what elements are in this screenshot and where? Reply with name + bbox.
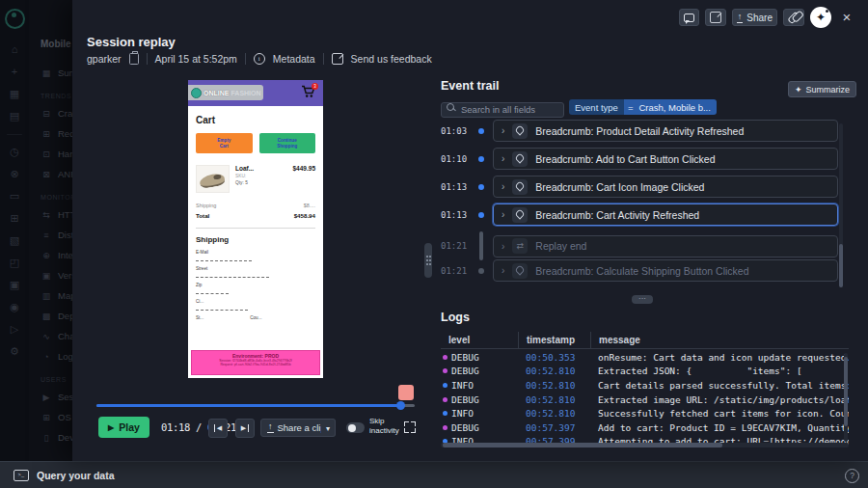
total-row: Total $458.94 [196,212,315,219]
event-card[interactable]: › Breadcrumb: Cart Activity Refreshed [493,203,838,226]
log-level: DEBUG [441,422,518,433]
event-row[interactable]: 01:03 › Breadcrumb: Product Detail Activ… [441,120,838,142]
loafer-shoe-image [199,173,226,189]
skip-back-button[interactable]: ◀ [208,419,228,438]
skip-inactivity-toggle[interactable] [346,422,365,433]
help-icon[interactable]: ? [845,469,859,483]
input-line[interactable] [196,307,248,311]
col-timestamp[interactable]: timestamp [518,332,590,348]
metadata-button[interactable]: Metadata [273,53,315,65]
replay-date: April 15 at 5:52pm [155,53,237,65]
log-row[interactable]: DEBUG 00:57.397 Add to cart: Product ID … [441,420,849,435]
send-feedback-button[interactable]: Send us feedback [351,53,432,65]
form-field[interactable]: Ci... [196,299,315,311]
timeline-error-marker[interactable] [398,385,414,400]
play-button[interactable]: ▶ Play [98,417,149,438]
breadcrumb-icon [512,263,528,279]
seek-handle[interactable] [396,401,405,410]
event-card[interactable]: › Breadcrumb: Add to Cart Button Clicked [493,148,838,170]
log-row[interactable]: DEBUG 00:52.810 Extracted image URL: /st… [441,393,849,407]
session-replay-modal: Session replay gparker April 15 at 5:52p… [72,0,868,461]
chevron-right-icon[interactable]: › [502,209,504,220]
log-timestamp[interactable]: 00:52.810 [518,408,590,419]
log-timestamp[interactable]: 00:57.397 [518,422,590,433]
event-list-scrollbar[interactable] [839,123,843,287]
continue-shopping-button[interactable]: Continue Shopping [259,133,316,153]
empty-cart-button[interactable]: Empty Cart [196,133,253,153]
col-level[interactable]: level [441,332,518,348]
logs-horizontal-scrollbar[interactable] [441,443,849,447]
log-timestamp[interactable]: 00:50.353 [518,352,590,363]
input-line[interactable] [196,258,252,261]
log-row[interactable]: DEBUG 00:52.810 Extracted JSON: { "items… [441,365,849,379]
log-level-dot [443,411,448,416]
input-line[interactable] [196,290,229,294]
cart-actions: Empty Cart Continue Shopping [196,133,315,153]
product-qty: Qty: 5 [235,180,293,185]
event-time: 01:21 [441,266,470,276]
log-row[interactable]: DEBUG 00:50.353 onResume: Cart data and … [441,350,849,365]
form-field[interactable]: E-Mail [196,250,315,261]
cart-item-row[interactable]: Loaf... SKU: Qty: 5 $449.95 [196,165,315,193]
chevron-right-icon[interactable]: › [502,265,504,276]
search-icon [447,103,454,111]
summarize-button[interactable]: ✦ Summarize [788,81,856,97]
form-field[interactable]: Zip [196,283,315,294]
fullscreen-icon[interactable] [404,421,416,433]
phone-body: Cart Empty Cart Continue Shopping Loaf..… [188,106,323,320]
brand-logo-icon [191,88,202,98]
search-input[interactable] [441,102,564,118]
log-row[interactable]: INFO 00:52.810 Successfully fetched cart… [441,406,849,420]
cart-icon[interactable]: 3 [301,85,316,102]
input-line[interactable] [196,274,269,278]
event-label: Breadcrumb: Cart Activity Refreshed [535,209,699,221]
share-icon: ↑ [737,13,744,23]
event-card[interactable]: › Breadcrumb: Product Detail Activity Re… [493,120,838,142]
link-icon [787,11,800,23]
divider [147,53,148,65]
log-message: Extracted JSON: { "items": [ [590,366,849,376]
log-level: DEBUG [441,394,518,405]
ai-assistant-button[interactable]: ✦ [810,7,831,28]
event-card[interactable]: › Breadcrumb: Calculate Shipping Button … [493,259,838,282]
comment-button[interactable] [679,9,699,26]
panel-resize-handle-horizontal[interactable]: ··· [632,295,653,304]
log-timestamp[interactable]: 00:52.810 [518,366,590,376]
event-row[interactable]: 01:13 › Breadcrumb: Cart Icon Image Clic… [441,176,838,198]
event-card[interactable]: › Breadcrumb: Cart Icon Image Clicked [493,176,838,198]
event-row[interactable]: 01:13 › Breadcrumb: Cart Activity Refres… [441,203,838,226]
event-label: Breadcrumb: Calculate Shipping Button Cl… [535,265,748,277]
close-icon[interactable]: × [837,8,856,27]
col-message[interactable]: message [590,332,849,348]
log-timestamp[interactable]: 00:52.810 [518,380,590,391]
modal-toolbar: ↑ Share ✦ × [679,7,856,28]
event-type-filter-chip[interactable]: Event type = Crash, Mobile b... [569,99,717,115]
seek-bar[interactable] [96,404,415,407]
product-price: $449.95 [293,165,316,172]
event-time: 01:03 [441,126,470,136]
event-row[interactable]: 01:21 › Replay end [441,231,838,254]
replay-phone-screen[interactable]: ONLINEFASHION 3 Cart Empty Cart Continue… [188,80,323,378]
chevron-right-icon[interactable]: › [502,153,504,164]
chevron-right-icon[interactable]: › [502,241,504,252]
log-level-dot [443,425,448,430]
terminal-icon: >_ [14,470,29,481]
logs-vertical-scrollbar[interactable] [844,353,848,442]
chevron-right-icon[interactable]: › [502,181,504,192]
share-button[interactable]: ↑ Share [732,9,777,26]
event-row[interactable]: 01:21 › Breadcrumb: Calculate Shipping B… [441,259,838,282]
panel-resize-handle-vertical[interactable] [424,243,432,278]
share-clip-caret-button[interactable]: ▾ [321,419,336,437]
copy-icon[interactable] [129,53,139,65]
form-field[interactable]: Street [196,266,315,278]
chevron-right-icon[interactable]: › [502,125,504,136]
query-your-data-button[interactable]: Query your data [37,470,115,481]
log-row[interactable]: INFO 00:52.810 Cart details parsed succe… [441,378,849,393]
skip-forward-button[interactable]: ▶ [235,419,255,438]
log-timestamp[interactable]: 00:52.810 [518,394,590,405]
breadcrumb-icon [512,238,528,254]
feedback-note-button[interactable] [705,9,726,26]
copy-link-button[interactable] [783,9,804,26]
event-row[interactable]: 01:10 › Breadcrumb: Add to Cart Button C… [441,148,838,170]
event-card[interactable]: › Replay end [493,235,838,258]
